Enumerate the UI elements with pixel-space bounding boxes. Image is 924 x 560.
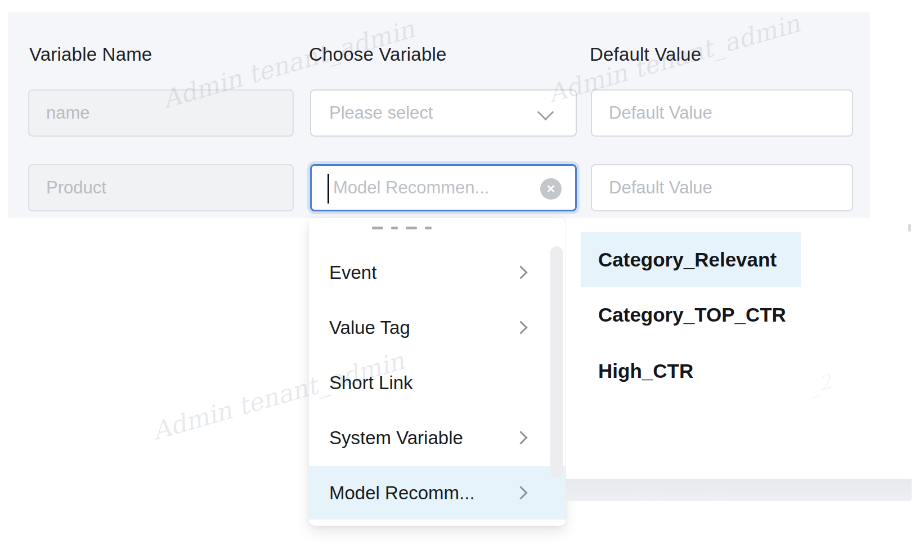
menu-item-system-variable[interactable]: System Variable bbox=[309, 411, 566, 464]
select-value-text: Model Recommen... bbox=[333, 166, 489, 210]
choose-variable-select-row2[interactable]: Model Recommen... ✕ bbox=[310, 164, 577, 211]
menu-item-event[interactable]: Event bbox=[309, 246, 566, 299]
menu-item-label: Model Recomm... bbox=[329, 466, 475, 520]
default-value-input-row1[interactable] bbox=[591, 89, 853, 137]
chevron-right-icon bbox=[514, 431, 527, 444]
menu-item-model-recommend[interactable]: Model Recomm... bbox=[309, 466, 566, 520]
choose-variable-select-row1[interactable]: Please select bbox=[310, 89, 577, 137]
cascader-menu: Event Value Tag Short Link System Variab… bbox=[309, 218, 566, 526]
variable-name-input-row1 bbox=[28, 89, 294, 137]
close-icon: ✕ bbox=[546, 183, 556, 195]
menu-item-short-link[interactable]: Short Link bbox=[309, 356, 566, 409]
default-value-label: Default Value bbox=[590, 44, 701, 65]
screen: Variable Name Choose Variable Default Va… bbox=[0, 0, 924, 560]
scrolled-item-fragment bbox=[372, 222, 439, 225]
submenu-item-label: Category_TOP_CTR bbox=[598, 287, 786, 342]
variable-name-label: Variable Name bbox=[29, 44, 152, 65]
submenu-item-category-relevant[interactable]: Category_Relevant bbox=[581, 232, 801, 287]
menu-item-label: Value Tag bbox=[329, 301, 410, 354]
default-value-input-row2[interactable] bbox=[591, 164, 853, 211]
choose-variable-label: Choose Variable bbox=[309, 44, 447, 65]
menu-item-label: Short Link bbox=[329, 356, 413, 409]
submenu-scrollbar[interactable] bbox=[908, 224, 911, 232]
select-placeholder-text: Please select bbox=[329, 91, 433, 136]
text-cursor bbox=[328, 174, 329, 204]
submenu-item-category-top-ctr[interactable]: Category_TOP_CTR bbox=[581, 287, 801, 342]
menu-scrollbar[interactable] bbox=[550, 246, 563, 478]
submenu-item-label: High_CTR bbox=[598, 344, 693, 399]
submenu-item-high-ctr[interactable]: High_CTR bbox=[581, 344, 801, 399]
variable-name-input-row2 bbox=[28, 164, 294, 211]
chevron-right-icon bbox=[514, 265, 527, 279]
clear-selection-button[interactable]: ✕ bbox=[540, 178, 562, 200]
submenu-item-label: Category_Relevant bbox=[598, 232, 777, 287]
chevron-right-icon bbox=[514, 486, 527, 499]
menu-item-label: Event bbox=[329, 246, 376, 299]
chevron-down-icon bbox=[539, 105, 553, 115]
menu-item-label: System Variable bbox=[329, 411, 463, 464]
chevron-right-icon bbox=[514, 320, 527, 334]
submenu-bottom-shadow bbox=[566, 479, 912, 501]
cascader-submenu: Category_Relevant Category_TOP_CTR High_… bbox=[566, 219, 912, 479]
menu-item-value-tag[interactable]: Value Tag bbox=[309, 301, 566, 354]
